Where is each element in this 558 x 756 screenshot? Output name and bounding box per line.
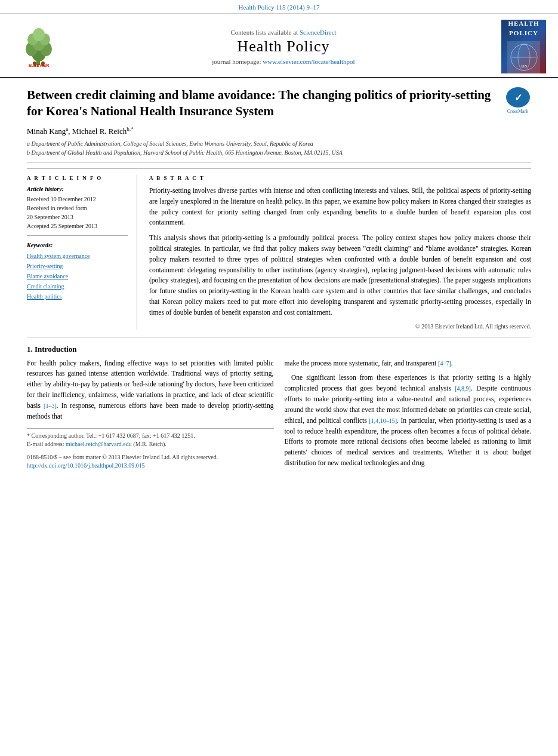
article-title-section: Between credit claiming and blame avoida…: [27, 87, 531, 162]
intro-right-para2: One significant lesson from these experi…: [285, 373, 532, 468]
svg-text:ELSEVIER: ELSEVIER: [29, 63, 50, 67]
received-revised-label: Received in revised form: [27, 204, 128, 213]
intro-columns: For health policy makers, finding effect…: [27, 358, 531, 473]
abstract-para2: This analysis shows that priority-settin…: [149, 233, 531, 318]
elsevier-logo: ELSEVIER: [12, 26, 66, 67]
ref-1-4-10-15[interactable]: [1,4,10–15]: [369, 417, 397, 424]
journal-title: Health Policy: [66, 38, 501, 56]
issn-line: 0168-8510/$ – see front matter © 2013 El…: [27, 454, 274, 460]
intro-left-para1: For health policy makers, finding effect…: [27, 358, 274, 422]
abstract-para1: Priority-setting involves diverse partie…: [149, 186, 531, 228]
doi-link[interactable]: http://dx.doi.org/10.1016/j.healthpol.20…: [27, 462, 145, 469]
intro-title: Introduction: [35, 345, 77, 354]
crossmark-label: CrossMark: [507, 109, 529, 114]
author-reich: Michael R. Reich: [72, 127, 127, 136]
abstract-panel: A B S T R A C T Priority-setting involve…: [149, 175, 531, 330]
article-history-label: Article history:: [27, 186, 128, 192]
corresponding-note: * Corresponding author. Tel.: +1 617 432…: [27, 432, 274, 439]
affil-a-sup: a: [66, 126, 68, 132]
elsevier-tree-icon: ELSEVIER: [15, 26, 63, 67]
intro-col-left: For health policy makers, finding effect…: [27, 358, 274, 473]
intro-right-para1: make the process more systematic, fair, …: [285, 358, 532, 369]
received-date: Received 10 December 2012: [27, 195, 128, 204]
affiliations-block: a Department of Public Administration, C…: [27, 139, 495, 157]
crossmark-badge[interactable]: ✓ CrossMark: [504, 87, 531, 114]
journal-header-center: Contents lists available at ScienceDirec…: [66, 29, 501, 65]
intro-number: 1.: [27, 345, 33, 354]
sciencedirect-link[interactable]: ScienceDirect: [300, 29, 337, 36]
homepage-url[interactable]: www.elsevier.com/locate/healthpol: [263, 58, 354, 65]
journal-homepage-line: journal homepage: www.elsevier.com/locat…: [66, 58, 501, 65]
authors-line: Minah Kanga, Michael R. Reichb,*: [27, 126, 495, 136]
journal-citation: Health Policy 115 (2014) 9–17: [239, 4, 320, 11]
doi-line[interactable]: http://dx.doi.org/10.1016/j.healthpol.20…: [27, 462, 274, 469]
affiliation-a: a Department of Public Administration, C…: [27, 139, 495, 148]
svg-point-7: [33, 28, 45, 41]
journal-header: ELSEVIER Contents lists available at Sci…: [0, 14, 558, 78]
section-divider: [27, 337, 531, 337]
email-label: E-mail address:: [27, 441, 64, 447]
intro-heading: 1. Introduction: [27, 345, 531, 354]
ref-1-3[interactable]: [1–3]: [44, 402, 57, 409]
cover-text: HEALTH POLICY 115: [502, 14, 545, 79]
received-revised-date: 20 September 2013: [27, 213, 128, 222]
article-info-title: A R T I C L E I N F O: [27, 175, 128, 181]
homepage-label: journal homepage:: [212, 58, 261, 65]
email-note: E-mail address: michael.reich@harvard.ed…: [27, 441, 274, 447]
svg-text:✓: ✓: [514, 93, 522, 103]
journal-cover-image: HEALTH POLICY 115: [501, 20, 546, 73]
article-info-panel: A R T I C L E I N F O Article history: R…: [27, 175, 137, 330]
keyword-5[interactable]: Health politics: [27, 291, 128, 302]
keyword-3[interactable]: Blame avoidance: [27, 271, 128, 281]
journal-citation-bar: Health Policy 115 (2014) 9–17: [0, 0, 558, 14]
email-link[interactable]: michael.reich@harvard.edu: [66, 441, 132, 447]
article-main: Between credit claiming and blame avoida…: [0, 78, 558, 479]
introduction-section: 1. Introduction For health policy makers…: [27, 345, 531, 473]
intro-col-right: make the process more systematic, fair, …: [285, 358, 532, 473]
svg-text:115: 115: [520, 64, 527, 69]
keywords-label: Keywords:: [27, 242, 128, 248]
copyright-notice: © 2013 Elsevier Ireland Ltd. All rights …: [149, 323, 531, 330]
keyword-1[interactable]: Health system governance: [27, 251, 128, 261]
affil-b-sup: b,*: [127, 126, 133, 132]
accepted-date: Accepted 25 September 2013: [27, 222, 128, 231]
article-title-block: Between credit claiming and blame avoida…: [27, 87, 495, 157]
email-suffix: (M.R. Reich).: [133, 441, 167, 447]
abstract-body: Priority-setting involves diverse partie…: [149, 186, 531, 318]
footnotes-block: * Corresponding author. Tel.: +1 617 432…: [27, 428, 274, 469]
affiliation-b: b Department of Global Health and Popula…: [27, 148, 495, 157]
keyword-4[interactable]: Credit claiming: [27, 281, 128, 291]
intro-right-text: make the process more systematic, fair, …: [285, 358, 532, 469]
ref-4-7[interactable]: [4–7]: [438, 360, 451, 367]
corresponding-text: * Corresponding author. Tel.: +1 617 432…: [27, 432, 195, 439]
ref-4-8-9[interactable]: [4,8,9]: [455, 385, 471, 392]
author-kang: Minah Kang: [27, 127, 66, 136]
contents-label: Contents lists available at: [230, 29, 298, 36]
abstract-title: A B S T R A C T: [149, 175, 531, 181]
article-info-abstract: A R T I C L E I N F O Article history: R…: [27, 168, 531, 330]
crossmark-icon: ✓: [506, 87, 530, 107]
article-title: Between credit claiming and blame avoida…: [27, 87, 495, 120]
keyword-2[interactable]: Priority-setting: [27, 261, 128, 271]
intro-left-text: For health policy makers, finding effect…: [27, 358, 274, 422]
